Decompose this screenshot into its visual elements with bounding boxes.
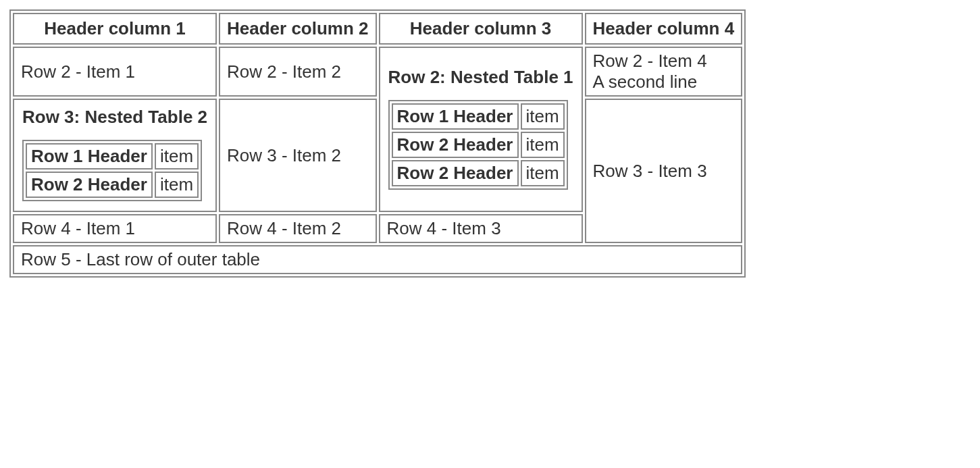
nested2-r1-header: Row 1 Header xyxy=(26,143,153,170)
nested-table-2: Row 1 Header item Row 2 Header item xyxy=(22,140,202,201)
row2-nested-cell: Row 2: Nested Table 1 Row 1 Header item … xyxy=(379,47,583,212)
nested2-row-2: Row 2 Header item xyxy=(26,172,199,198)
header-row: Header column 1 Header column 2 Header c… xyxy=(13,13,742,45)
nested2-title: Row 3: Nested Table 2 xyxy=(22,107,207,128)
row3-nested-cell: Row 3: Nested Table 2 Row 1 Header item … xyxy=(13,99,217,212)
nested2-r1-item: item xyxy=(155,143,199,170)
row5-cell: Row 5 - Last row of outer table xyxy=(13,245,742,274)
nested1-row-2: Row 2 Header item xyxy=(392,132,565,158)
header-col-2: Header column 2 xyxy=(219,13,377,45)
nested2-r2-item: item xyxy=(155,172,199,198)
row-3: Row 3: Nested Table 2 Row 1 Header item … xyxy=(13,99,742,212)
header-col-4: Header column 4 xyxy=(585,13,743,45)
row4-item2: Row 4 - Item 2 xyxy=(219,214,377,243)
row2-item1: Row 2 - Item 1 xyxy=(13,47,217,97)
nested1-r2-item: item xyxy=(521,132,565,158)
header-col-1: Header column 1 xyxy=(13,13,217,45)
header-col-3: Header column 3 xyxy=(379,13,583,45)
nested1-row-3: Row 2 Header item xyxy=(392,160,565,186)
nested2-r2-header: Row 2 Header xyxy=(26,172,153,198)
nested2-row-1: Row 1 Header item xyxy=(26,143,199,170)
row2-item4-line2: A second line xyxy=(593,72,735,93)
row3-item3: Row 3 - Item 3 xyxy=(585,99,743,243)
row4-item3: Row 4 - Item 3 xyxy=(379,214,583,243)
nested1-r1-item: item xyxy=(521,103,565,130)
nested1-title: Row 2: Nested Table 1 xyxy=(388,67,573,88)
row4-item1: Row 4 - Item 1 xyxy=(13,214,217,243)
row-2: Row 2 - Item 1 Row 2 - Item 2 Row 2: Nes… xyxy=(13,47,742,97)
row2-item2: Row 2 - Item 2 xyxy=(219,47,377,97)
row3-item2: Row 3 - Item 2 xyxy=(219,99,377,212)
row-5: Row 5 - Last row of outer table xyxy=(13,245,742,274)
nested-table-1: Row 1 Header item Row 2 Header item Row … xyxy=(388,100,568,190)
row2-item4-line1: Row 2 - Item 4 xyxy=(593,51,735,72)
row2-item4: Row 2 - Item 4 A second line xyxy=(585,47,743,97)
nested1-row-1: Row 1 Header item xyxy=(392,103,565,130)
nested1-r3-item: item xyxy=(521,160,565,186)
outer-table: Header column 1 Header column 2 Header c… xyxy=(9,9,746,278)
nested1-r1-header: Row 1 Header xyxy=(392,103,519,130)
nested1-r2-header: Row 2 Header xyxy=(392,132,519,158)
nested1-r3-header: Row 2 Header xyxy=(392,160,519,186)
